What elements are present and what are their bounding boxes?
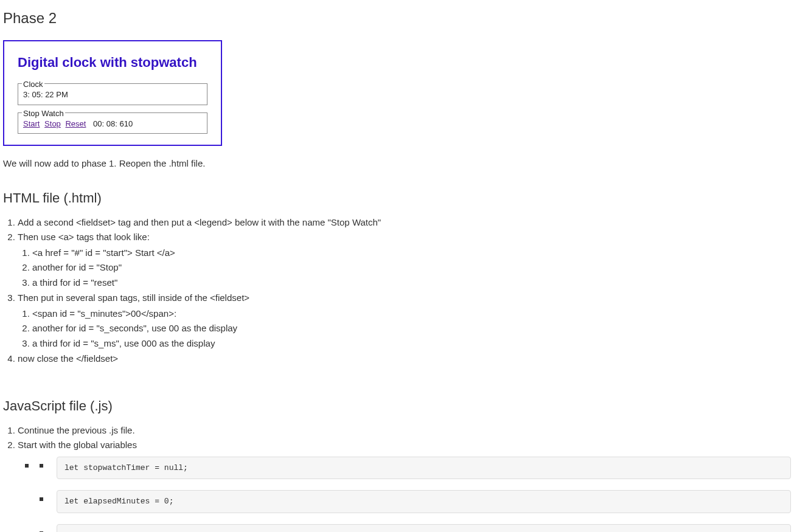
demo-clock-fieldset: Clock 3: 05: 22 PM: [18, 83, 207, 105]
html-steps-list: Add a second <fieldset> tag and then put…: [3, 215, 791, 367]
demo-stopwatch-fieldset: Stop Watch Start Stop Reset 00: 08: 610: [18, 112, 207, 134]
list-item: Add a second <fieldset> tag and then put…: [18, 215, 791, 230]
js-section-heading: JavaScript file (.js): [3, 396, 791, 416]
demo-heading: Digital clock with stopwatch: [18, 52, 207, 72]
list-item: Start with the global variables: [18, 438, 791, 453]
demo-clock-time: 3: 05: 22 PM: [23, 86, 202, 101]
list-item: Then put in several span tags, still ins…: [18, 291, 791, 351]
demo-stopwatch-time: 00: 08: 610: [93, 119, 133, 128]
demo-screenshot: Digital clock with stopwatch Clock 3: 05…: [3, 40, 222, 146]
list-item: Then use <a> tags that look like: <a hre…: [18, 230, 791, 291]
page-title: Phase 2: [3, 7, 791, 29]
list-item: another for id = "Stop": [32, 260, 791, 275]
code-snippet: let stopwatchTimer = null;: [57, 457, 791, 480]
list-item-text: Then put in several span tags, still ins…: [18, 292, 249, 303]
demo-clock-legend: Clock: [22, 78, 44, 91]
stopwatch-stop-link[interactable]: Stop: [44, 119, 61, 128]
bullet-icon: [40, 464, 43, 468]
html-sub-list: <span id = "s_minutes">00</span>: anothe…: [18, 306, 791, 351]
html-sub-list: <a href = "#" id = "start"> Start </a> a…: [18, 246, 791, 291]
list-item: another for id = "s_seconds", use 00 as …: [32, 321, 791, 336]
code-snippet: let elapsedSeconds = 0;: [57, 524, 791, 533]
list-item-text: Then use <a> tags that look like:: [18, 232, 150, 242]
code-block-area: let stopwatchTimer = null; let elapsedMi…: [3, 457, 791, 533]
list-item: <a href = "#" id = "start"> Start </a>: [32, 246, 791, 261]
bullet-icon: [25, 464, 29, 468]
bullet-icon: [40, 497, 43, 501]
code-snippet: let elapsedMinutes = 0;: [57, 490, 791, 513]
list-item: <span id = "s_minutes">00</span>:: [32, 306, 791, 322]
stopwatch-reset-link[interactable]: Reset: [65, 119, 86, 128]
intro-paragraph: We will now add to phase 1. Reopen the .…: [3, 157, 791, 171]
stopwatch-start-link[interactable]: Start: [23, 119, 40, 128]
js-steps-list: Continue the previous .js file. Start wi…: [3, 423, 791, 453]
list-item: Continue the previous .js file.: [18, 423, 791, 438]
demo-stopwatch-legend: Stop Watch: [22, 108, 65, 120]
list-item: a third for id = "reset": [32, 275, 791, 291]
list-item: a third for id = "s_ms", use 000 as the …: [32, 336, 791, 351]
list-item: now close the </fieldset>: [18, 351, 791, 367]
html-section-heading: HTML file (.html): [3, 188, 791, 208]
